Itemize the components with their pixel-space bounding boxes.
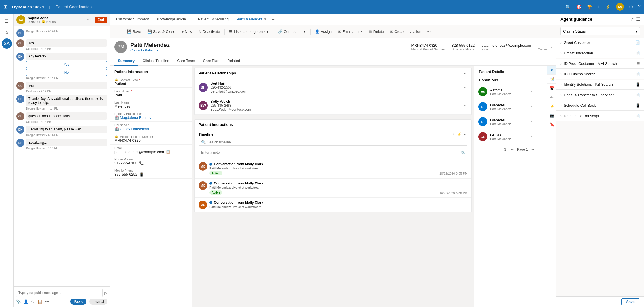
- camera-icon[interactable]: 📷: [547, 111, 556, 120]
- help-icon[interactable]: ?: [638, 4, 641, 9]
- condition-more-icon4[interactable]: ⋯: [528, 135, 532, 139]
- guidance-remind-transcript[interactable]: › Remind for Transcript 📄: [556, 111, 644, 121]
- next-page-button[interactable]: →: [530, 147, 536, 152]
- phone-icon[interactable]: 📞: [139, 161, 144, 165]
- avatar: BH: [199, 83, 208, 92]
- relationships-more-icon[interactable]: ⋯: [464, 71, 467, 75]
- sidebar-home-icon[interactable]: ☰: [2, 16, 12, 26]
- more-icon[interactable]: •••: [45, 299, 49, 304]
- guidance-icq-claims[interactable]: › ICQ Claims Search 📄: [556, 69, 644, 79]
- rel-more-icon[interactable]: ⋯: [464, 85, 467, 89]
- mobile-icon[interactable]: 📱: [139, 172, 144, 177]
- agent-panel-title: Agent guidance: [560, 17, 630, 22]
- list-item: MC Conversation from Molly Clark Patti M…: [195, 179, 471, 198]
- target-icon[interactable]: 🎯: [576, 4, 582, 10]
- notes-icon[interactable]: 📋: [37, 299, 42, 304]
- lists-segments-button[interactable]: ☰ Lists and segments ▾: [226, 28, 271, 35]
- panel-menu-icon[interactable]: ☰: [636, 16, 640, 22]
- main-content: Customer Summary Knowledge article ... P…: [110, 14, 556, 307]
- first-page-button[interactable]: ⟨⟨: [502, 147, 507, 152]
- edit-record-icon[interactable]: 📝: [547, 75, 556, 84]
- guidance-consult-supervisor[interactable]: › Consult/Transfer to Supervisor 📄: [556, 90, 644, 100]
- end-call-button[interactable]: End: [95, 17, 107, 23]
- condition-more-icon3[interactable]: ⋯: [528, 120, 532, 124]
- attachment-note-icon[interactable]: 📎: [461, 151, 465, 154]
- timeline-search-input[interactable]: [207, 140, 465, 144]
- tab-close-icon[interactable]: ✕: [264, 17, 267, 21]
- bookmark-icon[interactable]: 🔖: [547, 120, 556, 129]
- collapse-icon[interactable]: ›: [551, 45, 552, 49]
- create-invitation-button[interactable]: ✉ Create Invitation: [387, 28, 424, 35]
- household-link[interactable]: 🏥 Casey Household: [114, 127, 187, 131]
- calendar-icon[interactable]: 📅: [547, 84, 556, 93]
- rel-more-icon2[interactable]: ⋯: [464, 103, 467, 108]
- expand-icon[interactable]: ⤢: [630, 16, 634, 22]
- email-copy-icon[interactable]: 📋: [166, 150, 170, 154]
- tab-add-button[interactable]: +: [272, 17, 274, 22]
- sidebar-agent-icon[interactable]: SA: [2, 38, 12, 49]
- internal-tab-button[interactable]: Internal: [89, 299, 107, 305]
- timeline-filter-icon[interactable]: ⚡: [457, 132, 462, 136]
- user-icon[interactable]: SA: [616, 3, 624, 11]
- apps-grid-icon[interactable]: ⊞: [3, 4, 8, 10]
- message-content: Yes Customer - 4:14 PM: [26, 82, 107, 93]
- save-close-button[interactable]: 💾 Save & Close: [144, 28, 178, 35]
- attachment-icon[interactable]: 📎: [16, 299, 21, 304]
- nav-care-team[interactable]: Care Team: [174, 56, 198, 66]
- condition-more-icon[interactable]: ⋯: [528, 90, 532, 94]
- timeline-more-icon[interactable]: ⋯: [464, 132, 467, 136]
- heart-icon[interactable]: ♥: [547, 66, 556, 75]
- tab-patti-melendez[interactable]: Patti Melendez ✕: [233, 14, 271, 25]
- delete-button[interactable]: 🗑 Delete: [366, 28, 387, 35]
- search-icon[interactable]: 🔍: [565, 4, 571, 10]
- guidance-id-proof[interactable]: › ID Proof Customer - MVI Search ☰: [556, 59, 644, 69]
- connect-button[interactable]: 🔗 Connect: [275, 28, 300, 35]
- tab-patient-scheduling[interactable]: Patient Scheduling: [194, 14, 233, 25]
- chat-message-input[interactable]: [16, 289, 103, 297]
- email-link-button[interactable]: ✉ Email a Link: [335, 28, 365, 35]
- guidance-identify-solutions[interactable]: › Identify Solutions - KB Search 📱: [556, 80, 644, 90]
- conditions-more-icon[interactable]: ⋯: [539, 78, 543, 82]
- more-options-icon[interactable]: •••: [87, 18, 91, 22]
- nav-summary[interactable]: Summary: [114, 56, 138, 66]
- prev-page-button[interactable]: ←: [509, 147, 515, 152]
- guidance-greet-customer[interactable]: › Greet Customer 📄: [556, 38, 644, 48]
- back-arrow-icon[interactable]: ←: [113, 28, 120, 35]
- tab-customer-summary[interactable]: Customer Summary: [112, 14, 153, 25]
- tab-knowledge-article[interactable]: Knowledge article ...: [153, 14, 194, 25]
- option-no-button[interactable]: No: [26, 69, 107, 76]
- chat-send-button[interactable]: ▷: [104, 291, 107, 295]
- claims-status-select[interactable]: Claims Status ▾: [560, 27, 640, 35]
- public-tab-button[interactable]: Public: [70, 299, 86, 305]
- bottom-save-button[interactable]: Save: [621, 298, 639, 305]
- assign-button[interactable]: 👤 Assign: [312, 28, 335, 35]
- toolbar-more-button[interactable]: ⋯: [425, 28, 433, 35]
- list-item: CU question about medications Customer -…: [16, 112, 107, 123]
- pencil-icon[interactable]: ✏: [547, 93, 556, 102]
- nav-related[interactable]: Related: [224, 56, 243, 66]
- sidebar-home2-icon[interactable]: ⌂: [2, 27, 12, 37]
- avatar: DH: [16, 29, 24, 37]
- nav-care-plan[interactable]: Care Plan: [200, 56, 223, 66]
- add-icon[interactable]: +: [598, 4, 600, 9]
- transfer-icon[interactable]: ⇆: [31, 299, 35, 304]
- note-input-area[interactable]: Enter a note... 📎: [199, 148, 467, 157]
- practitioner-link[interactable]: 🏥 Magdalena Bentley: [114, 115, 187, 120]
- timeline-add-icon[interactable]: +: [452, 132, 455, 136]
- condition-more-icon2[interactable]: ⋯: [528, 105, 532, 109]
- option-yes-button[interactable]: Yes: [26, 61, 107, 68]
- new-button[interactable]: + New: [178, 28, 195, 35]
- guidance-schedule-callback[interactable]: › Schedule Call Back 📱: [556, 100, 644, 111]
- contacts-icon[interactable]: 👤: [24, 299, 28, 304]
- trophy-icon[interactable]: 🏆: [587, 4, 592, 10]
- connect-dropdown-button[interactable]: ▾: [301, 28, 309, 35]
- settings-icon[interactable]: ⚙: [629, 4, 633, 10]
- save-button[interactable]: 💾 Save: [124, 28, 144, 35]
- guidance-create-interaction[interactable]: › Create Interaction 📄: [556, 48, 644, 58]
- list-item: DH Thanks Joy! Any additional details so…: [16, 95, 107, 110]
- dropdown-icon[interactable]: ▾: [156, 48, 158, 52]
- deactivate-button[interactable]: ⊘ Deactivate: [195, 28, 223, 35]
- nav-clinical-timeline[interactable]: Clinical Timeline: [139, 56, 173, 66]
- lightning-icon[interactable]: ⚡: [547, 102, 556, 111]
- filter-icon[interactable]: ⚡: [605, 4, 611, 10]
